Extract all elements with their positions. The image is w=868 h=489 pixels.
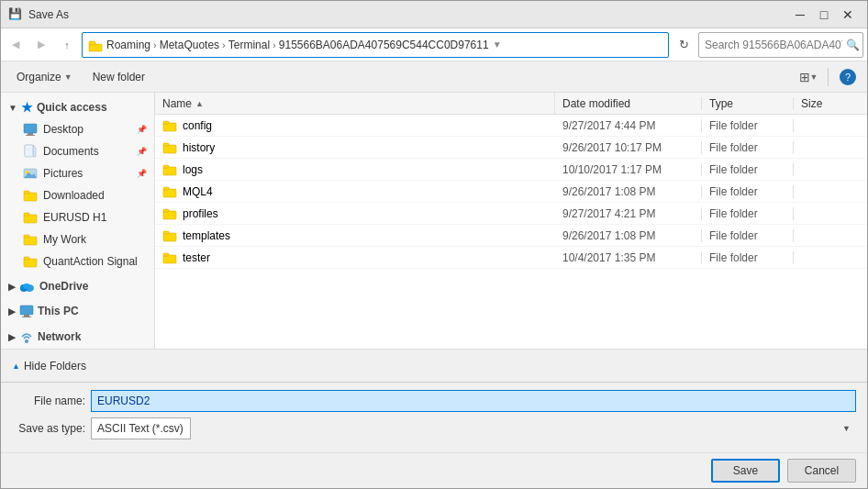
sidebar-item-documents[interactable]: Documents 📌 — [1, 140, 154, 162]
saveastype-label: Save as type: — [12, 422, 85, 435]
up-button[interactable]: ↑ — [56, 34, 78, 56]
file-name: MQL4 — [183, 185, 213, 198]
folder-icon-mywork — [23, 232, 38, 247]
table-row[interactable]: logs 10/10/2017 1:17 PM File folder — [155, 159, 867, 181]
svg-rect-37 — [163, 209, 169, 212]
maximize-button[interactable]: □ — [812, 3, 836, 27]
search-input[interactable] — [705, 39, 842, 51]
file-type: File folder — [702, 163, 794, 176]
onedrive-header[interactable]: ▶ OneDrive — [1, 276, 154, 296]
desktop-icon — [23, 122, 38, 137]
svg-rect-40 — [163, 255, 176, 263]
breadcrumb: Roaming › MetaQuotes › Terminal › 915566… — [106, 39, 489, 51]
sidebar-item-mywork[interactable]: My Work — [1, 228, 154, 250]
filename-input[interactable] — [91, 390, 856, 412]
svg-rect-20 — [24, 257, 29, 260]
back-button[interactable]: ◀ — [5, 34, 27, 56]
new-folder-button[interactable]: New folder — [84, 65, 153, 89]
address-bar: ◀ ▶ ↑ Roaming › MetaQuotes › Terminal › … — [1, 28, 867, 61]
file-name: logs — [183, 163, 203, 176]
close-button[interactable]: ✕ — [836, 3, 860, 27]
file-name: templates — [183, 229, 230, 242]
file-name: tester — [183, 251, 210, 264]
file-type: File folder — [702, 207, 794, 220]
view-options-button[interactable]: ⊞ ▼ — [796, 65, 820, 89]
toolbar-right: ⊞ ▼ ? — [796, 65, 860, 89]
file-date: 9/26/2017 1:08 PM — [555, 229, 702, 242]
file-rows-container: config 9/27/2017 4:44 PM File folder his… — [155, 115, 867, 269]
onedrive-section: ▶ OneDrive — [1, 276, 154, 296]
crumb-metaquotes: MetaQuotes — [160, 39, 219, 51]
svg-rect-3 — [28, 133, 33, 135]
col-header-name[interactable]: Name ▲ — [155, 93, 555, 114]
col-header-size[interactable]: Size — [794, 97, 867, 110]
network-section: ▶ Network — [1, 326, 154, 348]
refresh-button[interactable]: ↻ — [673, 34, 695, 56]
quick-access-section: ▼ ★ Quick access Desktop 📌 Documents 📌 P… — [1, 96, 154, 272]
onedrive-icon — [19, 280, 36, 293]
sidebar: ▼ ★ Quick access Desktop 📌 Documents 📌 P… — [1, 93, 155, 349]
path-dropdown-arrow: ▼ — [493, 39, 502, 50]
sort-arrow: ▲ — [195, 99, 204, 108]
table-row[interactable]: profiles 9/27/2017 4:21 PM File folder — [155, 203, 867, 225]
svg-rect-2 — [24, 124, 37, 133]
table-row[interactable]: config 9/27/2017 4:44 PM File folder — [155, 115, 867, 137]
toolbar-separator — [828, 68, 829, 86]
svg-rect-9 — [25, 145, 33, 157]
table-row[interactable]: tester 10/4/2017 1:35 PM File folder — [155, 247, 867, 269]
toolbar: Organize ▼ New folder ⊞ ▼ ? — [1, 61, 867, 93]
this-pc-icon — [19, 304, 34, 318]
folder-icon — [162, 184, 177, 199]
saveastype-wrapper: ASCII Text (*.csv) — [91, 417, 856, 439]
pictures-icon — [23, 166, 38, 181]
pin-icon-documents: 📌 — [137, 147, 147, 156]
forward-button[interactable]: ▶ — [30, 34, 52, 56]
organize-button[interactable]: Organize ▼ — [8, 65, 81, 89]
svg-rect-30 — [163, 145, 176, 153]
svg-rect-1 — [89, 41, 95, 45]
table-row[interactable]: history 9/26/2017 10:17 PM File folder — [155, 137, 867, 159]
title-buttons: ─ □ ✕ — [788, 3, 860, 27]
file-type: File folder — [702, 141, 794, 154]
svg-rect-16 — [24, 213, 29, 216]
network-header[interactable]: ▶ Network — [1, 326, 154, 348]
col-header-type[interactable]: Type — [702, 97, 794, 110]
bottom-bar: ▲ Hide Folders — [1, 349, 867, 382]
svg-rect-29 — [163, 121, 169, 124]
crumb-roaming: Roaming — [106, 39, 150, 51]
cancel-button[interactable]: Cancel — [787, 459, 856, 483]
col-header-date[interactable]: Date modified — [555, 97, 702, 110]
folder-icon — [162, 250, 177, 265]
svg-rect-35 — [163, 187, 169, 190]
file-date: 9/26/2017 1:08 PM — [555, 185, 702, 198]
sidebar-item-downloaded[interactable]: Downloaded — [1, 184, 154, 206]
save-button[interactable]: Save — [711, 459, 780, 483]
search-box[interactable]: 🔍 — [698, 32, 863, 58]
table-row[interactable]: templates 9/26/2017 1:08 PM File folder — [155, 225, 867, 247]
minimize-button[interactable]: ─ — [788, 3, 812, 27]
address-path[interactable]: Roaming › MetaQuotes › Terminal › 915566… — [82, 32, 669, 58]
sidebar-item-pictures[interactable]: Pictures 📌 — [1, 162, 154, 184]
svg-rect-13 — [24, 193, 37, 201]
file-name: profiles — [183, 207, 218, 220]
file-type: File folder — [702, 229, 794, 242]
documents-icon — [23, 144, 38, 159]
sidebar-item-desktop[interactable]: Desktop 📌 — [1, 118, 154, 140]
folder-icon — [162, 228, 177, 243]
file-type: File folder — [702, 251, 794, 264]
table-row[interactable]: MQL4 9/26/2017 1:08 PM File folder — [155, 181, 867, 203]
crumb-terminal: Terminal — [228, 39, 270, 51]
title-bar: 💾 Save As ─ □ ✕ — [1, 1, 867, 28]
saveastype-select[interactable]: ASCII Text (*.csv) — [91, 417, 191, 439]
help-button[interactable]: ? — [836, 65, 860, 89]
svg-point-27 — [25, 339, 28, 343]
file-name: history — [183, 141, 215, 154]
sidebar-item-eurusd[interactable]: EURUSD H1 — [1, 206, 154, 228]
this-pc-header[interactable]: ▶ This PC — [1, 300, 154, 322]
quick-access-star: ★ — [21, 100, 33, 115]
quick-access-header[interactable]: ▼ ★ Quick access — [1, 96, 154, 118]
hide-folders-chevron: ▲ — [12, 361, 20, 371]
file-list: Name ▲ Date modified Type Size config 9/… — [155, 93, 867, 349]
sidebar-item-quantaction[interactable]: QuantAction Signal — [1, 250, 154, 272]
hide-folders-button[interactable]: ▲ Hide Folders — [12, 360, 86, 372]
